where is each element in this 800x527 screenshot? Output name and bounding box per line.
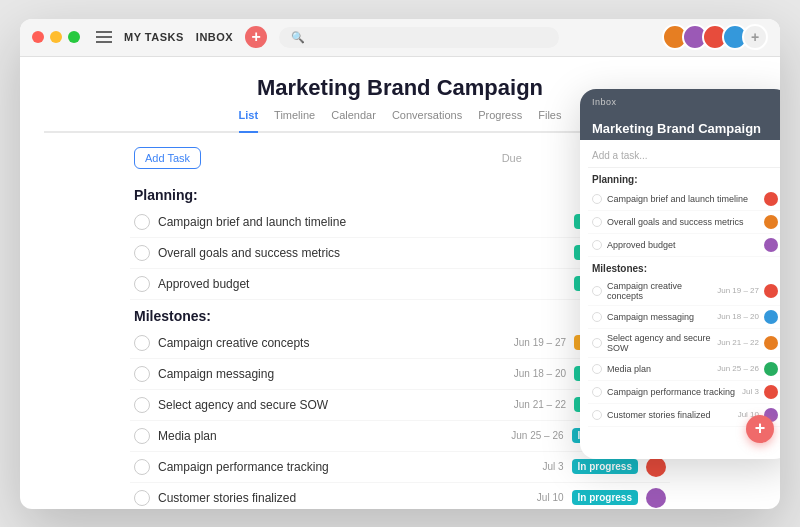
mp-avatar: [764, 284, 778, 298]
tab-files[interactable]: Files: [538, 109, 561, 125]
task-name: Campaign performance tracking: [158, 460, 496, 474]
task-status: In progress: [572, 459, 638, 474]
mp-checkbox[interactable]: [592, 312, 602, 322]
mp-avatar: [764, 215, 778, 229]
mp-task-row: Select agency and secure SOW Jun 21 – 22: [588, 329, 780, 358]
task-avatar: [646, 457, 666, 477]
mobile-add-task[interactable]: Add a task...: [588, 144, 780, 168]
mp-task-row: Approved budget: [588, 234, 780, 257]
task-checkbox[interactable]: [134, 428, 150, 444]
task-status: In progress: [572, 490, 638, 505]
mp-task-name: Media plan: [607, 364, 712, 374]
task-name: Campaign creative concepts: [158, 336, 498, 350]
task-name: Approved budget: [158, 277, 498, 291]
nav-inbox[interactable]: INBOX: [196, 31, 233, 43]
app-window: MY TASKS INBOX + 🔍 + Marketing Brand Cam…: [20, 19, 780, 509]
task-due: Jul 3: [504, 461, 564, 472]
task-checkbox[interactable]: [134, 245, 150, 261]
task-checkbox[interactable]: [134, 214, 150, 230]
tab-progress[interactable]: Progress: [478, 109, 522, 125]
mp-task-name: Campaign brief and launch timeline: [607, 194, 759, 204]
tab-conversations[interactable]: Conversations: [392, 109, 462, 125]
nav-my-tasks[interactable]: MY TASKS: [124, 31, 184, 43]
task-name: Campaign messaging: [158, 367, 498, 381]
task-checkbox[interactable]: [134, 490, 150, 506]
mp-task-name: Select agency and secure SOW: [607, 333, 712, 353]
mp-avatar: [764, 385, 778, 399]
nav-bar: MY TASKS INBOX + 🔍: [96, 26, 662, 48]
hamburger-icon[interactable]: [96, 31, 112, 43]
mp-task-row: Campaign messaging Jun 18 – 20: [588, 306, 780, 329]
task-avatar: [646, 488, 666, 508]
search-bar[interactable]: 🔍: [279, 27, 559, 48]
mobile-panel: Inbox Marketing Brand Campaign Add a tas…: [580, 89, 780, 459]
task-row: Customer stories finalized Jul 10 In pro…: [130, 483, 670, 509]
tab-timeline[interactable]: Timeline: [274, 109, 315, 125]
mp-avatar: [764, 336, 778, 350]
mp-task-row: Media plan Jun 25 – 26: [588, 358, 780, 381]
mp-task-row: Overall goals and success metrics: [588, 211, 780, 234]
mp-checkbox[interactable]: [592, 387, 602, 397]
mp-task-row: Campaign brief and launch timeline: [588, 188, 780, 211]
window-controls: [32, 31, 80, 43]
maximize-button[interactable]: [68, 31, 80, 43]
mp-task-row: Campaign performance tracking Jul 3: [588, 381, 780, 404]
minimize-button[interactable]: [50, 31, 62, 43]
mp-checkbox[interactable]: [592, 286, 602, 296]
close-button[interactable]: [32, 31, 44, 43]
add-avatar-button[interactable]: +: [742, 24, 768, 50]
col-due-header: Due: [502, 152, 522, 164]
mp-avatar: [764, 310, 778, 324]
title-bar: MY TASKS INBOX + 🔍 +: [20, 19, 780, 57]
mobile-section-planning: Planning:: [588, 168, 780, 188]
mp-task-name: Approved budget: [607, 240, 759, 250]
task-checkbox[interactable]: [134, 335, 150, 351]
mp-checkbox[interactable]: [592, 338, 602, 348]
mp-task-name: Customer stories finalized: [607, 410, 733, 420]
task-name: Media plan: [158, 429, 496, 443]
mp-checkbox[interactable]: [592, 217, 602, 227]
tab-calendar[interactable]: Calendar: [331, 109, 376, 125]
task-due: Jun 21 – 22: [506, 399, 566, 410]
mp-checkbox[interactable]: [592, 364, 602, 374]
task-due: Jun 25 – 26: [504, 430, 564, 441]
top-avatars: +: [662, 24, 768, 50]
mp-task-name: Campaign creative concepts: [607, 281, 712, 301]
task-checkbox[interactable]: [134, 366, 150, 382]
mp-task-name: Overall goals and success metrics: [607, 217, 759, 227]
mp-task-due: Jun 21 – 22: [717, 338, 759, 347]
mobile-panel-header-label: Inbox: [580, 89, 780, 115]
mp-checkbox[interactable]: [592, 240, 602, 250]
mp-checkbox[interactable]: [592, 410, 602, 420]
task-name: Select agency and secure SOW: [158, 398, 498, 412]
task-checkbox[interactable]: [134, 276, 150, 292]
mp-task-due: Jul 3: [742, 387, 759, 396]
task-checkbox[interactable]: [134, 397, 150, 413]
mp-task-name: Campaign messaging: [607, 312, 712, 322]
task-checkbox[interactable]: [134, 459, 150, 475]
mobile-section-milestones: Milestones:: [588, 257, 780, 277]
mp-checkbox[interactable]: [592, 194, 602, 204]
mp-task-due: Jun 19 – 27: [717, 286, 759, 295]
mp-task-due: Jun 25 – 26: [717, 364, 759, 373]
tab-list[interactable]: List: [239, 109, 259, 133]
task-due: Jun 19 – 27: [506, 337, 566, 348]
add-task-button[interactable]: Add Task: [134, 147, 201, 169]
task-name: Overall goals and success metrics: [158, 246, 498, 260]
mp-avatar: [764, 362, 778, 376]
avatar-group: +: [662, 24, 768, 50]
mp-avatar: [764, 238, 778, 252]
mobile-fab-button[interactable]: +: [746, 415, 774, 443]
mp-task-name: Campaign performance tracking: [607, 387, 737, 397]
search-icon: 🔍: [291, 31, 305, 44]
task-due: Jul 10: [504, 492, 564, 503]
add-button[interactable]: +: [245, 26, 267, 48]
mp-avatar: [764, 192, 778, 206]
task-name: Campaign brief and launch timeline: [158, 215, 498, 229]
mp-task-due: Jun 18 – 20: [717, 312, 759, 321]
mobile-panel-title: Marketing Brand Campaign: [580, 115, 780, 140]
mp-task-row: Campaign creative concepts Jun 19 – 27: [588, 277, 780, 306]
task-due: Jun 18 – 20: [506, 368, 566, 379]
task-name: Customer stories finalized: [158, 491, 496, 505]
mobile-panel-body: Add a task... Planning: Campaign brief a…: [580, 140, 780, 454]
